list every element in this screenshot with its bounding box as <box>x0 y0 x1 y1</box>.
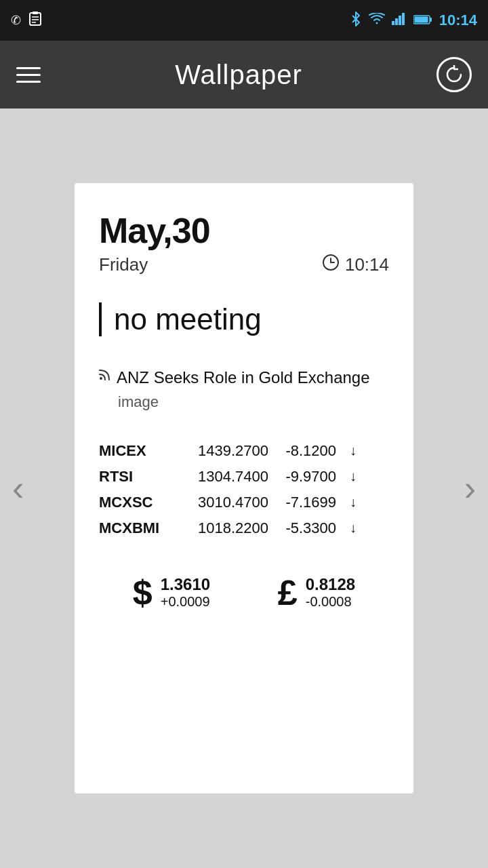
card-date: May,30 <box>99 210 389 251</box>
task-icon <box>28 12 43 30</box>
currency-item: £ 0.8128 -0.0008 <box>278 572 355 613</box>
stock-direction-icon: ↓ <box>336 469 357 484</box>
stock-name: MICEX <box>99 442 180 460</box>
svg-rect-5 <box>392 21 394 25</box>
stocks-section: MICEX 1439.2700 -8.1200 ↓ RTSI 1304.7400… <box>99 438 389 541</box>
stock-row: RTSI 1304.7400 -9.9700 ↓ <box>99 464 389 490</box>
stock-row: MCXSC 3010.4700 -7.1699 ↓ <box>99 490 389 515</box>
card-time-value: 10:14 <box>345 254 389 275</box>
main-content: ‹ May,30 Friday 10:14 no meeting <box>0 108 488 868</box>
stock-name: RTSI <box>99 468 180 486</box>
stock-change: -7.1699 <box>268 494 336 511</box>
stock-value: 1018.2200 <box>180 519 268 537</box>
hamburger-menu-button[interactable] <box>16 67 41 83</box>
svg-rect-8 <box>402 13 405 25</box>
stock-direction-icon: ↓ <box>336 520 357 536</box>
stock-name: MCXBMI <box>99 519 180 537</box>
stock-value: 3010.4700 <box>180 494 268 511</box>
card-time-display: 10:14 <box>322 254 389 275</box>
status-time: 10:14 <box>439 12 477 29</box>
svg-rect-1 <box>33 12 38 14</box>
meeting-section: no meeting <box>99 302 389 336</box>
stock-direction-icon: ↓ <box>336 443 357 458</box>
signal-icon <box>392 13 407 28</box>
wifi-icon <box>369 13 385 28</box>
card-date-row: Friday 10:14 <box>99 254 389 275</box>
news-type: image <box>118 393 389 411</box>
svg-point-15 <box>100 377 102 380</box>
currency-rate: 0.8128 <box>306 575 355 594</box>
stock-name: MCXSC <box>99 494 180 511</box>
status-right-icons: 10:14 <box>350 12 477 30</box>
meeting-text: no meeting <box>114 302 389 336</box>
next-wallpaper-button[interactable]: › <box>458 461 483 515</box>
currency-symbol: $ <box>133 572 152 613</box>
news-item: ANZ Seeks Role in Gold Exchange <box>99 366 389 389</box>
battery-icon <box>413 13 432 28</box>
rss-icon <box>99 368 111 384</box>
stock-direction-icon: ↓ <box>336 494 357 510</box>
svg-rect-6 <box>395 18 398 25</box>
refresh-button[interactable] <box>436 57 472 92</box>
currency-item: $ 1.3610 +0.0009 <box>133 572 210 613</box>
missed-call-icon: ✆ <box>11 13 21 28</box>
stock-row: MCXBMI 1018.2200 -5.3300 ↓ <box>99 515 389 541</box>
svg-rect-7 <box>399 16 401 25</box>
app-bar: Wallpaper <box>0 41 488 108</box>
stock-row: MICEX 1439.2700 -8.1200 ↓ <box>99 438 389 464</box>
stock-change: -9.9700 <box>268 468 336 486</box>
prev-wallpaper-button[interactable]: ‹ <box>5 461 30 515</box>
svg-rect-0 <box>30 13 41 25</box>
app-title: Wallpaper <box>175 60 302 90</box>
news-section: ANZ Seeks Role in Gold Exchange image <box>99 366 389 411</box>
status-bar: ✆ <box>0 0 488 41</box>
stock-value: 1304.7400 <box>180 468 268 486</box>
bluetooth-icon <box>350 12 362 30</box>
currency-data: 1.3610 +0.0009 <box>161 575 210 610</box>
clock-icon <box>322 254 340 275</box>
news-title: ANZ Seeks Role in Gold Exchange <box>117 366 370 389</box>
stock-change: -5.3300 <box>268 519 336 537</box>
currency-symbol: £ <box>278 572 298 613</box>
stock-change: -8.1200 <box>268 442 336 460</box>
currency-rate: 1.3610 <box>161 575 210 594</box>
card-day: Friday <box>99 254 148 275</box>
currency-section: $ 1.3610 +0.0009 £ 0.8128 -0.0008 <box>99 566 389 613</box>
wallpaper-card: May,30 Friday 10:14 no meeting <box>75 183 413 793</box>
currency-diff: +0.0009 <box>161 594 210 610</box>
status-left-icons: ✆ <box>11 12 43 30</box>
svg-rect-10 <box>414 16 428 22</box>
stock-value: 1439.2700 <box>180 442 268 460</box>
svg-rect-11 <box>430 18 432 22</box>
currency-data: 0.8128 -0.0008 <box>306 575 355 610</box>
currency-diff: -0.0008 <box>306 594 355 610</box>
